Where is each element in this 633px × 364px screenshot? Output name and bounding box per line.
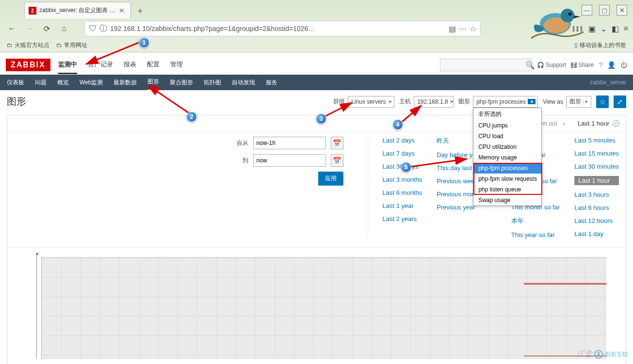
favorite-button[interactable]: ☆ — [596, 95, 609, 108]
sub-menu-item[interactable]: 自动发现 — [232, 75, 255, 91]
graph-option[interactable]: Memory usage — [473, 152, 541, 163]
calendar-icon[interactable]: 📅 — [331, 154, 343, 167]
mobile-icon: ▯ — [574, 42, 578, 48]
share-icon: Z — [571, 63, 577, 68]
maximize-button[interactable]: ▢ — [599, 5, 610, 16]
top-menu-item[interactable]: 管理 — [170, 56, 183, 74]
url-bar[interactable]: 🛡 ⓘ ▤ ⋯ ☆ — [84, 21, 481, 36]
power-icon[interactable]: ⏻ — [620, 61, 627, 69]
sub-menu-item[interactable]: 拓扑图 — [204, 75, 221, 91]
top-menu-item[interactable]: 配置 — [147, 56, 160, 74]
time-preset-link[interactable]: Last 1 hour — [574, 176, 619, 185]
close-tab-icon[interactable]: ✕ — [117, 7, 127, 15]
time-preset-link[interactable]: Last 6 hours — [574, 204, 619, 211]
url-input[interactable] — [110, 25, 446, 32]
fullscreen-button[interactable]: ⤢ — [614, 95, 626, 108]
bookmark-item[interactable]: 🗀常用网址 — [56, 41, 87, 49]
graph-option[interactable]: Swap usage — [473, 195, 541, 206]
group-select[interactable]: Linux servers ▾ — [348, 96, 394, 108]
host-value: 192.168.1.8 — [417, 98, 448, 105]
shield-icon[interactable]: 🛡 — [89, 24, 97, 33]
window-controls: — ▢ ✕ — [582, 5, 627, 16]
close-window-button[interactable]: ✕ — [617, 5, 627, 16]
top-menu-item[interactable]: 资产记录 — [88, 56, 113, 74]
help-icon[interactable]: ? — [599, 61, 602, 69]
extensions-icon[interactable]: 🧩 — [557, 24, 567, 33]
more-icon[interactable]: ⋯ — [459, 24, 467, 33]
new-tab-button[interactable]: + — [133, 4, 147, 18]
sub-menu-item[interactable]: 服务 — [266, 75, 277, 91]
time-preset-link[interactable]: Last 5 minutes — [574, 137, 619, 144]
sub-menu-item[interactable]: 图形 — [147, 74, 159, 91]
graph-option[interactable]: 非所选的 — [473, 108, 541, 120]
callout-1: 1 — [139, 37, 149, 48]
zabbix-logo[interactable]: ZABBIX — [6, 59, 50, 71]
time-preset-link[interactable]: This year so far — [511, 231, 560, 238]
support-link[interactable]: 🎧Support — [537, 62, 566, 68]
sub-menu-item[interactable]: 问题 — [35, 75, 47, 91]
time-preset-link[interactable]: Last 12 hours — [574, 217, 619, 224]
apply-button[interactable]: 应用 — [318, 172, 343, 186]
time-preset-link[interactable]: Last 7 days — [383, 150, 422, 157]
sub-menu-item[interactable]: 聚合图形 — [170, 75, 193, 91]
reload-button[interactable]: ⟳ — [40, 22, 53, 35]
sub-menu-item[interactable]: 最新数据 — [114, 75, 137, 91]
sidebar-icon[interactable]: ▣ — [588, 24, 596, 33]
graph-select[interactable]: php-fpm processes ▾ — [473, 96, 538, 108]
minimize-button[interactable]: — — [582, 5, 592, 16]
container-icon[interactable]: ◧ — [612, 24, 619, 33]
back-button[interactable]: ← — [5, 22, 18, 35]
top-menu-item[interactable]: 报表 — [124, 56, 136, 74]
time-preset-link[interactable]: Last 30 minutes — [574, 163, 619, 170]
forward-button[interactable]: → — [22, 22, 36, 35]
callout-3: 3 — [316, 113, 326, 124]
chart-area: ▲ — [27, 253, 606, 359]
calendar-icon[interactable]: 📅 — [331, 137, 343, 149]
toolbar-icons: 🧩 ⫿⫿⫿ ▣ ⌄ ◧ ≡ — [557, 24, 628, 33]
search-icon[interactable]: 🔍 — [525, 61, 535, 70]
time-preset-link[interactable]: Last 1 day — [574, 230, 619, 237]
time-preset-link[interactable]: Last 15 minutes — [574, 150, 619, 157]
time-preset-link[interactable]: Last 2 days — [383, 137, 422, 144]
from-input[interactable] — [253, 137, 326, 149]
sub-menu-item[interactable]: 概览 — [57, 75, 69, 91]
chevron-right-icon[interactable]: › — [560, 120, 568, 127]
sub-menu-item[interactable]: 仪表板 — [7, 75, 24, 91]
time-preset-link[interactable]: Last 3 hours — [574, 191, 619, 198]
bookmark-star-icon[interactable]: ☆ — [470, 24, 476, 33]
share-link[interactable]: ZShare — [571, 62, 594, 68]
menu-icon[interactable]: ≡ — [624, 24, 628, 33]
chart-plot[interactable] — [41, 257, 606, 359]
viewas-select[interactable]: 图形 ▾ — [566, 96, 591, 108]
user-icon[interactable]: 👤 — [607, 61, 616, 69]
chart-series-a — [524, 283, 606, 284]
graph-option[interactable]: CPU utilization — [473, 142, 541, 152]
time-preset-link[interactable]: Last 6 months — [383, 189, 422, 196]
graph-option[interactable]: CPU jumps — [473, 120, 541, 131]
header-search[interactable]: 🔍 — [440, 59, 532, 71]
time-preset-link[interactable]: Last 2 years — [383, 215, 422, 222]
browser-tab[interactable]: Z zabbix_server: 自定义图表 [每… ✕ — [24, 2, 131, 18]
current-range[interactable]: Last 1 hour 🕘 — [572, 120, 626, 127]
top-menu-item[interactable]: 监测中 — [58, 56, 77, 74]
host-select[interactable]: 192.168.1.8 ▾ — [414, 96, 454, 108]
folder-icon: 🗀 — [7, 42, 13, 48]
library-icon[interactable]: ⫿⫿⫿ — [572, 24, 584, 33]
home-button[interactable]: ⌂ — [57, 22, 71, 35]
graph-label: 图形 — [458, 97, 470, 106]
bookmark-label: 常用网址 — [64, 41, 87, 49]
bookmark-item[interactable]: 🗀火狐官方站点 — [7, 41, 49, 49]
graph-option[interactable]: CPU load — [473, 131, 541, 142]
reader-icon[interactable]: ▤ — [449, 24, 456, 33]
search-input[interactable] — [443, 62, 525, 69]
time-preset-link[interactable]: Last 1 year — [383, 202, 422, 209]
time-preset-link[interactable]: 本年 — [511, 217, 560, 225]
support-label: Support — [546, 62, 566, 68]
to-input[interactable] — [253, 154, 326, 167]
graph-dropdown[interactable]: 非所选的CPU jumpsCPU loadCPU utilizationMemo… — [473, 108, 542, 206]
sub-menu-item[interactable]: Web监测 — [80, 75, 103, 91]
pocket-icon[interactable]: ⌄ — [601, 24, 607, 33]
time-preset-link[interactable]: Last 3 months — [383, 176, 422, 183]
info-icon[interactable]: ⓘ — [99, 24, 107, 34]
mobile-bookmarks[interactable]: ▯移动设备上的书签 — [574, 41, 626, 49]
